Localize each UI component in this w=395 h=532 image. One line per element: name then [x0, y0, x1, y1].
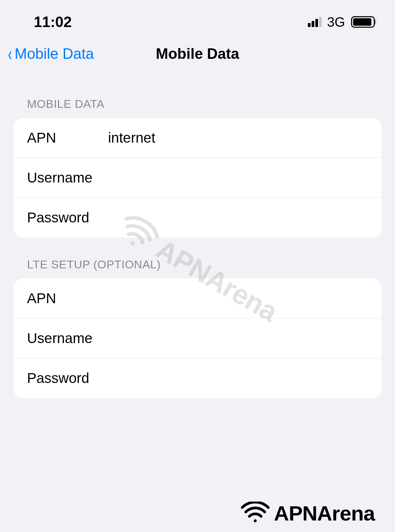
section-mobile-data: MOBILE DATA APN Username Password [0, 97, 395, 238]
nav-bar: ‹ Mobile Data Mobile Data [0, 37, 395, 77]
signal-icon [308, 17, 322, 27]
input-lte-apn[interactable] [108, 290, 368, 307]
watermark-text: APNArena [274, 501, 375, 525]
row-password[interactable]: Password [14, 198, 381, 238]
battery-icon [351, 16, 375, 28]
status-indicators: 3G [308, 15, 375, 30]
group-lte-setup: APN Username Password [14, 279, 381, 398]
back-label: Mobile Data [15, 45, 94, 62]
back-button[interactable]: ‹ Mobile Data [7, 44, 94, 64]
label-password: Password [27, 210, 108, 226]
row-lte-username[interactable]: Username [14, 318, 381, 358]
wifi-icon [240, 502, 270, 525]
page-title: Mobile Data [156, 45, 239, 62]
network-type: 3G [327, 15, 345, 30]
input-apn[interactable] [108, 130, 368, 146]
chevron-left-icon: ‹ [8, 44, 12, 64]
group-mobile-data: APN Username Password [14, 118, 381, 238]
label-lte-apn: APN [27, 290, 108, 307]
watermark-bottom: APNArena [240, 501, 375, 525]
row-lte-apn[interactable]: APN [14, 279, 381, 318]
status-time: 11:02 [34, 14, 72, 30]
label-username: Username [27, 170, 108, 186]
input-username[interactable] [108, 170, 368, 186]
section-lte-setup: LTE SETUP (OPTIONAL) APN Username Passwo… [0, 258, 395, 398]
status-bar: 11:02 3G [0, 0, 395, 37]
label-lte-username: Username [27, 330, 108, 346]
row-username[interactable]: Username [14, 158, 381, 198]
label-apn: APN [27, 130, 108, 146]
row-lte-password[interactable]: Password [14, 358, 381, 398]
section-header-mobile-data: MOBILE DATA [27, 97, 381, 111]
label-lte-password: Password [27, 370, 108, 386]
section-header-lte-setup: LTE SETUP (OPTIONAL) [27, 258, 381, 271]
input-password[interactable] [108, 210, 368, 226]
row-apn[interactable]: APN [14, 118, 381, 158]
input-lte-username[interactable] [108, 330, 368, 346]
input-lte-password[interactable] [108, 370, 368, 386]
